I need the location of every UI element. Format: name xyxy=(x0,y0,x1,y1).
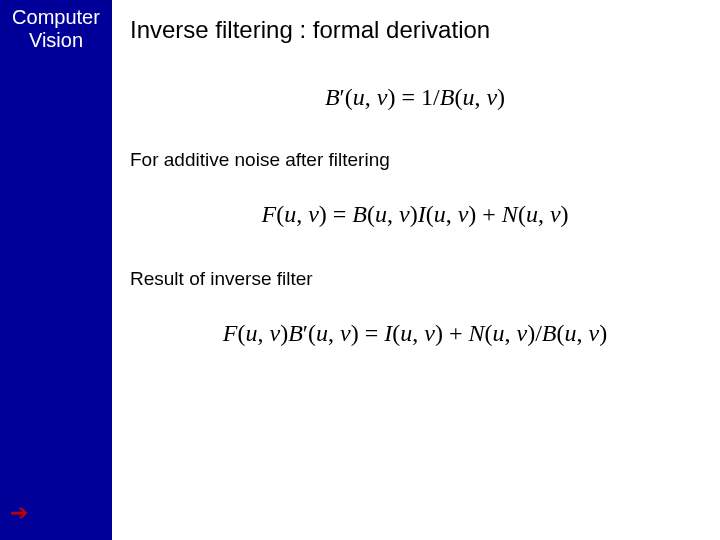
arrow-icon: ➔ xyxy=(10,500,28,526)
equation-2: F(u, v) = B(u, v)I(u, v) + N(u, v) xyxy=(130,201,700,228)
caption-2: Result of inverse filter xyxy=(130,268,700,290)
content-area: Inverse filtering : formal derivation B′… xyxy=(112,0,720,540)
sidebar-title: Computer Vision xyxy=(0,6,112,52)
sidebar-title-line1: Computer xyxy=(12,6,100,28)
sidebar: Computer Vision ➔ xyxy=(0,0,112,540)
caption-1: For additive noise after filtering xyxy=(130,149,700,171)
slide: Computer Vision ➔ Inverse filtering : fo… xyxy=(0,0,720,540)
equation-1: B′(u, v) = 1/B(u, v) xyxy=(130,84,700,111)
slide-heading: Inverse filtering : formal derivation xyxy=(130,16,700,44)
sidebar-title-line2: Vision xyxy=(29,29,83,51)
equation-3: F(u, v)B′(u, v) = I(u, v) + N(u, v)/B(u,… xyxy=(130,320,700,347)
